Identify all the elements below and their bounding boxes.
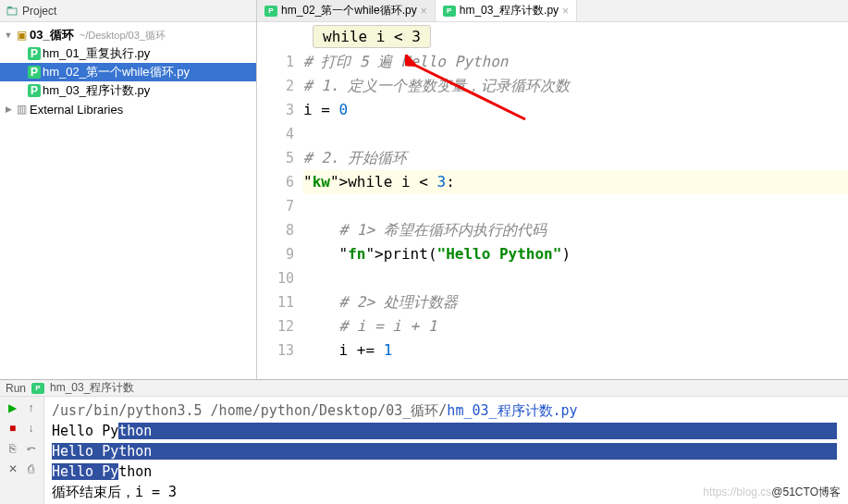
print-icon[interactable]: ⎙ bbox=[24, 461, 39, 476]
console-line: Hello Python bbox=[52, 421, 841, 441]
editor-tab[interactable]: P hm_03_程序计数.py × bbox=[436, 0, 577, 21]
tree-file[interactable]: P hm_01_重复执行.py bbox=[0, 44, 256, 63]
pin-icon[interactable]: ⎘ bbox=[6, 441, 20, 456]
tree-external-libs[interactable]: ▶ ▥ External Libraries bbox=[0, 100, 256, 118]
project-panel: Project ▼ ▣ 03_循环 ~/Desktop/03_循环 P hm_0… bbox=[0, 0, 257, 379]
svg-rect-1 bbox=[7, 6, 12, 8]
code-line bbox=[303, 122, 848, 146]
watermark: https://blog.cs@51CTO博客 bbox=[703, 485, 841, 500]
run-toolbar: ▶ ↑ ■ ↓ ⎘ ⤺ ✕ ⎙ bbox=[0, 397, 44, 504]
rerun-icon[interactable]: ▶ bbox=[6, 400, 20, 415]
tree-root[interactable]: ▼ ▣ 03_循环 ~/Desktop/03_循环 bbox=[0, 26, 256, 44]
scroll-down-icon[interactable]: ↓ bbox=[24, 421, 39, 436]
code-line: i += 1 bbox=[303, 338, 848, 363]
code-line: # 2. 开始循环 bbox=[303, 146, 848, 170]
python-file-icon: P bbox=[31, 383, 44, 394]
project-tool-icon bbox=[6, 5, 18, 18]
console-line: Hello Python bbox=[52, 441, 841, 461]
scroll-up-icon[interactable]: ↑ bbox=[24, 400, 39, 415]
tab-label: hm_02_第一个while循环.py bbox=[281, 3, 417, 18]
console-line: Hello Python bbox=[52, 461, 841, 482]
close-run-icon[interactable]: ✕ bbox=[6, 461, 20, 476]
python-file-icon: P bbox=[443, 6, 456, 17]
stop-icon[interactable]: ■ bbox=[6, 421, 20, 436]
editor-area: P hm_02_第一个while循环.py × P hm_03_程序计数.py … bbox=[257, 0, 848, 379]
code-line: # 1> 希望在循环内执行的代码 bbox=[303, 218, 848, 242]
project-header: Project bbox=[0, 0, 256, 22]
python-file-icon: P bbox=[28, 84, 41, 97]
code-line: "fn">print("Hello Python") bbox=[303, 242, 848, 266]
breadcrumb-bar: while i < 3 bbox=[257, 22, 848, 50]
editor-tab[interactable]: P hm_02_第一个while循环.py × bbox=[257, 0, 436, 21]
project-title: Project bbox=[22, 5, 56, 18]
python-file-icon: P bbox=[264, 6, 277, 17]
console-command: /usr/bin/python3.5 /home/python/Desktop/… bbox=[52, 400, 841, 421]
code-line bbox=[303, 266, 848, 290]
run-config-name: hm_03_程序计数 bbox=[50, 380, 134, 396]
code-line: i = 0 bbox=[303, 98, 848, 122]
editor-tabs: P hm_02_第一个while循环.py × P hm_03_程序计数.py … bbox=[257, 0, 848, 22]
expand-arrow-icon: ▼ bbox=[4, 31, 13, 40]
breadcrumb-chip[interactable]: while i < 3 bbox=[313, 25, 431, 48]
code-line: # 2> 处理计数器 bbox=[303, 290, 848, 314]
code-line: # 1. 定义一个整数变量，记录循环次数 bbox=[303, 74, 848, 98]
tree-file[interactable]: P hm_02_第一个while循环.py bbox=[0, 63, 256, 81]
collapse-arrow-icon: ▶ bbox=[4, 104, 13, 114]
tree-root-path: ~/Desktop/03_循环 bbox=[80, 29, 166, 43]
code-line: # 打印 5 遍 Hello Python bbox=[303, 50, 848, 74]
code-line bbox=[303, 194, 848, 218]
run-header: Run P hm_03_程序计数 bbox=[0, 380, 848, 397]
folder-icon: ▣ bbox=[15, 29, 28, 42]
project-tree: ▼ ▣ 03_循环 ~/Desktop/03_循环 P hm_01_重复执行.p… bbox=[0, 22, 256, 122]
tree-file-name: hm_02_第一个while循环.py bbox=[43, 64, 190, 80]
wrap-icon[interactable]: ⤺ bbox=[24, 441, 39, 456]
code-line: "kw">while i < 3: bbox=[303, 170, 848, 194]
svg-rect-0 bbox=[7, 8, 17, 15]
library-icon: ▥ bbox=[15, 103, 28, 116]
python-file-icon: P bbox=[28, 47, 41, 60]
line-gutter: 12345678910111213 bbox=[257, 50, 303, 379]
external-libs-label: External Libraries bbox=[30, 103, 123, 117]
code-area[interactable]: 12345678910111213 # 打印 5 遍 Hello Python#… bbox=[257, 50, 848, 379]
close-icon[interactable]: × bbox=[421, 5, 427, 18]
tab-label: hm_03_程序计数.py bbox=[460, 3, 559, 18]
python-file-icon: P bbox=[28, 66, 41, 79]
close-icon[interactable]: × bbox=[562, 5, 569, 18]
tree-file[interactable]: P hm_03_程序计数.py bbox=[0, 81, 256, 100]
run-label: Run bbox=[6, 382, 26, 395]
code-line: # i = i + 1 bbox=[303, 314, 848, 338]
code-editor[interactable]: # 打印 5 遍 Hello Python# 1. 定义一个整数变量，记录循环次… bbox=[303, 50, 848, 379]
tree-root-name: 03_循环 bbox=[30, 27, 74, 43]
tree-file-name: hm_01_重复执行.py bbox=[43, 45, 150, 62]
tree-file-name: hm_03_程序计数.py bbox=[43, 82, 150, 99]
